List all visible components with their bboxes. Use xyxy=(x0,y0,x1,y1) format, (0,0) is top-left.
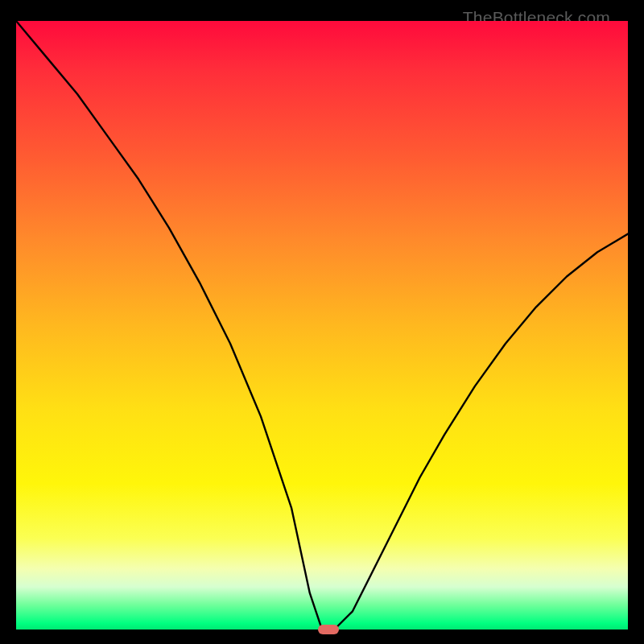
plot-area xyxy=(16,21,628,630)
optimal-marker xyxy=(318,625,339,634)
bottleneck-curve xyxy=(16,21,628,630)
chart-frame: TheBottleneck.com xyxy=(16,5,628,630)
